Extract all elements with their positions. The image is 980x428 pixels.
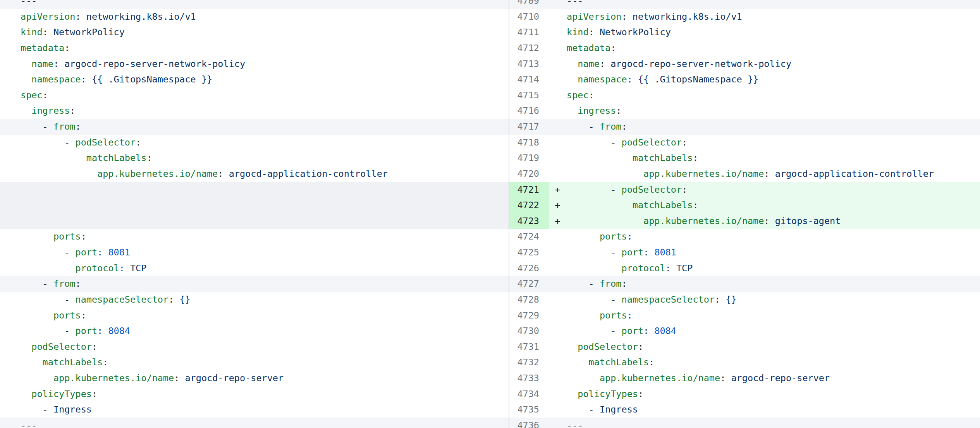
code-segment-punctuation: : [119, 263, 130, 274]
code-segment-punctuation: : [53, 58, 64, 69]
code-segment-yaml-key: namespaceSelector [621, 294, 715, 305]
code-segment-yaml-key: metadata [21, 43, 64, 53]
code-segment-yaml-value: networking.k8s.io/v1 [633, 11, 742, 22]
code-segment-yaml-key: app.kubernetes.io/name [53, 373, 174, 383]
code-segment-yaml-value: Ingress [53, 404, 92, 415]
left-code-line: ports: [0, 229, 509, 245]
line-number[interactable]: 4735 [509, 402, 549, 418]
code-text: policyTypes: [549, 386, 980, 402]
code-segment-punctuation: - [21, 278, 53, 289]
diff-row: spec:4715spec: [0, 87, 980, 103]
code-segment-yaml-key: app.kubernetes.io/name [643, 216, 764, 226]
code-segment-punctuation: - [567, 404, 600, 415]
line-number[interactable]: 4711 [509, 24, 549, 40]
line-number[interactable]: 4714 [509, 72, 549, 87]
line-number[interactable]: 4722 [509, 197, 549, 213]
line-number[interactable]: 4715 [509, 87, 549, 103]
code-segment-punctuation: - [567, 325, 621, 336]
code-text: matchLabels: [549, 354, 980, 370]
code-segment-yaml-key: protocol [621, 263, 665, 274]
left-code-line: - namespaceSelector: {} [0, 292, 509, 308]
code-segment-yaml-value: argocd-repo-server [731, 373, 830, 383]
line-number[interactable]: 4723 [509, 213, 549, 229]
diff-row: protocol: TCP4726 protocol: TCP [0, 260, 980, 276]
code-segment-punctuation: : [621, 121, 627, 132]
code-segment-punctuation: - [21, 137, 75, 148]
line-number[interactable]: 4720 [509, 166, 549, 182]
code-segment-punctuation [567, 200, 633, 211]
line-number[interactable]: 4733 [509, 370, 549, 386]
right-code-line: app.kubernetes.io/name: argocd-repo-serv… [549, 370, 980, 386]
line-number[interactable]: 4709 [509, 0, 549, 9]
line-number[interactable]: 4728 [509, 292, 549, 308]
code-segment-punctuation [21, 152, 86, 163]
code-text: - namespaceSelector: {} [549, 292, 980, 308]
left-code-line: --- [0, 0, 509, 9]
line-number[interactable]: 4713 [509, 56, 549, 72]
code-text: - port: 8084 [549, 323, 980, 339]
line-number[interactable]: 4724 [509, 229, 549, 245]
line-number[interactable]: 4732 [509, 354, 549, 370]
code-segment-punctuation [21, 373, 53, 383]
code-text: name: argocd-repo-server-network-policy [549, 56, 980, 72]
code-segment-punctuation: : [693, 152, 698, 163]
line-number[interactable]: 4717 [509, 119, 549, 135]
code-segment-yaml-key: port [75, 247, 97, 258]
diff-row: 4721+ - podSelector: [0, 182, 980, 198]
code-segment-yaml-key: ports [53, 310, 81, 321]
code-segment-punctuation: : [682, 184, 687, 195]
line-number[interactable]: 4718 [509, 135, 549, 151]
line-number[interactable]: 4710 [509, 9, 549, 25]
line-number[interactable]: 4734 [509, 386, 549, 402]
line-number[interactable]: 4726 [509, 260, 549, 276]
code-segment-yaml-key: kind [21, 27, 43, 38]
code-segment-punctuation: : [81, 74, 92, 85]
right-code-line: - from: [549, 119, 980, 135]
line-number[interactable]: 4712 [509, 40, 549, 56]
line-number[interactable]: 4736 [509, 418, 549, 428]
code-segment-punctuation: - [21, 294, 75, 305]
line-number[interactable]: 4725 [509, 245, 549, 260]
code-segment-yaml-key: spec [567, 90, 589, 101]
diff-row: podSelector:4731 podSelector: [0, 339, 980, 355]
right-code-line: policyTypes: [549, 386, 980, 402]
line-number[interactable]: 4731 [509, 339, 549, 355]
code-segment-yaml-key: ports [53, 231, 81, 242]
code-segment-punctuation: : [97, 325, 108, 336]
left-code-line: spec: [0, 87, 509, 103]
code-segment-yaml-value: gitops-agent [775, 216, 841, 226]
code-segment-punctuation [21, 58, 31, 69]
code-segment-punctuation [567, 152, 633, 163]
added-line-marker: + [555, 213, 560, 229]
right-code-line: - port: 8081 [549, 245, 980, 260]
code-segment-punctuation [21, 74, 31, 85]
added-line-marker: + [555, 182, 560, 198]
code-segment-yaml-key: matchLabels [589, 357, 649, 368]
code-text: namespace: {{ .GitopsNamespace }} [549, 72, 980, 87]
code-segment-yaml-key: apiVersion [567, 11, 621, 22]
code-segment-punctuation: : [649, 357, 654, 368]
code-segment-yaml-number: 8081 [654, 247, 676, 258]
code-text: protocol: TCP [549, 260, 980, 276]
line-number[interactable]: 4721 [509, 182, 549, 198]
code-segment-yaml-key: podSelector [621, 184, 682, 195]
code-segment-punctuation: : [589, 27, 600, 38]
code-segment-punctuation: : [600, 58, 610, 69]
code-segment-punctuation: : [638, 341, 643, 352]
code-text: - podSelector: [549, 182, 980, 198]
line-number[interactable]: 4727 [509, 276, 549, 292]
left-code-line: protocol: TCP [0, 260, 509, 276]
code-segment-punctuation [567, 263, 621, 274]
right-code-line: name: argocd-repo-server-network-policy [549, 56, 980, 72]
right-code-line: - Ingress [549, 402, 980, 418]
line-number[interactable]: 4730 [509, 323, 549, 339]
line-number[interactable]: 4716 [509, 103, 549, 119]
line-number[interactable]: 4719 [509, 150, 549, 166]
code-text: - from: [549, 119, 980, 135]
left-code-line: name: argocd-repo-server-network-policy [0, 56, 509, 72]
line-number[interactable]: 4729 [509, 308, 549, 324]
code-segment-yaml-key: from [600, 121, 622, 132]
diff-row: ports:4724 ports: [0, 229, 980, 245]
diff-row: app.kubernetes.io/name: argocd-applicati… [0, 166, 980, 182]
left-code-line: namespace: {{ .GitopsNamespace }} [0, 72, 509, 87]
